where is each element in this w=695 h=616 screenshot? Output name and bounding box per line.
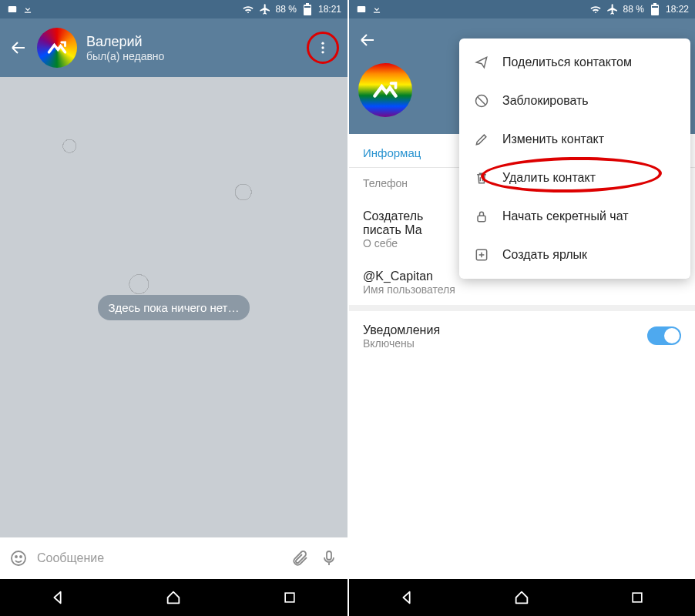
nav-recent[interactable]: [274, 582, 305, 613]
message-input[interactable]: [37, 551, 281, 565]
profile-avatar[interactable]: [358, 63, 412, 117]
menu-share-contact[interactable]: Поделиться контактом: [459, 43, 690, 82]
app-icon: [6, 3, 18, 15]
share-icon: [473, 54, 490, 71]
divider: [349, 305, 695, 311]
android-nav-bar: [349, 579, 695, 616]
battery-percent: 88 %: [623, 4, 644, 15]
nav-home[interactable]: [158, 582, 189, 613]
menu-label: Удалить контакт: [502, 171, 596, 185]
notif-title: Уведомления: [363, 323, 440, 337]
menu-delete-contact[interactable]: Удалить контакт: [459, 159, 690, 197]
nav-back[interactable]: [391, 582, 422, 613]
clock-left: 18:21: [318, 4, 341, 15]
wifi-icon: [242, 3, 254, 15]
options-menu: Поделиться контактом Заблокировать Измен…: [459, 38, 690, 279]
nav-recent[interactable]: [622, 582, 653, 613]
svg-rect-0: [8, 6, 17, 12]
back-button[interactable]: [9, 38, 28, 57]
svg-rect-10: [327, 551, 331, 560]
download-icon: [371, 3, 383, 15]
back-button[interactable]: [358, 31, 377, 49]
header-text[interactable]: Валерий был(а) недавно: [86, 34, 298, 62]
app-icon: [355, 3, 368, 15]
status-bar-right: 88 % 18:22: [349, 0, 695, 18]
svg-point-7: [12, 551, 25, 565]
notif-status: Включены: [363, 337, 440, 350]
notifications-row[interactable]: Уведомления Включены: [349, 311, 695, 360]
clock-right: 18:22: [666, 4, 689, 15]
svg-point-4: [321, 42, 324, 45]
svg-point-9: [20, 556, 22, 557]
svg-rect-15: [652, 6, 658, 8]
svg-rect-3: [304, 6, 311, 8]
airplane-icon: [259, 3, 271, 15]
left-phone: 88 % 18:21 Валерий был(а) недавно Здесь …: [0, 0, 348, 616]
battery-icon: [649, 3, 661, 15]
download-icon: [22, 3, 34, 15]
menu-label: Создать ярлык: [502, 248, 587, 262]
nav-back[interactable]: [42, 582, 73, 613]
menu-label: Начать секретный чат: [502, 209, 629, 223]
svg-rect-17: [478, 216, 485, 222]
svg-rect-2: [306, 3, 309, 5]
chat-header: Валерий был(а) недавно: [0, 18, 348, 77]
trash-icon: [473, 169, 490, 186]
svg-rect-19: [633, 593, 642, 602]
battery-icon: [301, 3, 314, 15]
svg-rect-12: [358, 6, 366, 12]
menu-label: Изменить контакт: [502, 132, 604, 146]
shortcut-icon: [473, 246, 490, 263]
android-nav-bar: [0, 579, 348, 616]
menu-label: Поделиться контактом: [502, 55, 632, 69]
airplane-icon: [606, 3, 619, 15]
last-seen: был(а) недавно: [86, 50, 298, 62]
chat-background: Здесь пока ничего нет…: [0, 77, 348, 537]
nav-home[interactable]: [506, 582, 537, 613]
right-phone: 88 % 18:22 Информац Телефон Создатель пи…: [348, 0, 695, 616]
more-options-button[interactable]: [307, 32, 338, 63]
contact-name: Валерий: [86, 34, 298, 50]
menu-create-shortcut[interactable]: Создать ярлык: [459, 236, 690, 274]
username-label: Имя пользователя: [363, 283, 681, 296]
svg-rect-14: [653, 3, 656, 5]
empty-chat-message: Здесь пока ничего нет…: [98, 295, 250, 320]
block-icon: [473, 92, 490, 109]
menu-secret-chat[interactable]: Начать секретный чат: [459, 197, 690, 236]
svg-rect-11: [285, 593, 294, 602]
menu-label: Заблокировать: [502, 94, 589, 108]
emoji-button[interactable]: [8, 547, 29, 569]
wifi-icon: [589, 3, 602, 15]
message-input-bar: [0, 537, 348, 579]
profile-body: Информац Телефон Создатель писать Ма О с…: [349, 18, 695, 579]
svg-point-5: [321, 46, 324, 49]
contact-avatar[interactable]: [37, 28, 77, 68]
svg-point-6: [321, 51, 324, 53]
status-bar-left: 88 % 18:21: [0, 0, 348, 18]
battery-percent: 88 %: [276, 4, 297, 15]
menu-block[interactable]: Заблокировать: [459, 82, 690, 120]
attach-button[interactable]: [289, 547, 311, 569]
notifications-toggle[interactable]: [647, 326, 681, 345]
lock-icon: [473, 208, 490, 225]
svg-point-8: [15, 556, 17, 557]
edit-icon: [473, 131, 490, 148]
menu-edit-contact[interactable]: Изменить контакт: [459, 120, 690, 159]
voice-button[interactable]: [318, 547, 340, 569]
